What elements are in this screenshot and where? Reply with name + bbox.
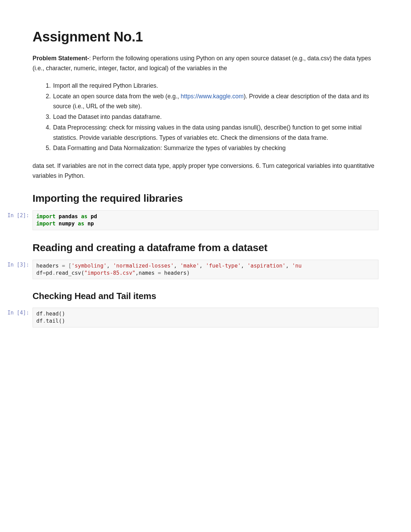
code-cell-2: In [2]: import pandas as pd import numpy…: [2, 210, 378, 230]
step-3: Load the Dataset into pandas dataframe.: [52, 112, 378, 122]
prompt-label: In [4]:: [2, 308, 33, 316]
problem-statement: Problem Statement-: Perform the followin…: [33, 53, 378, 73]
prompt-label: In [3]:: [2, 260, 33, 268]
code-cell-3: In [3]: headers = ['symboling', 'normali…: [2, 260, 378, 280]
prompt-label: In [2]:: [2, 210, 33, 219]
step-1: Import all the required Python Libraries…: [52, 81, 378, 91]
kaggle-link[interactable]: https://www.kaggle.com: [181, 93, 244, 100]
page-title: Assignment No.1: [33, 29, 378, 45]
step-2-pre: Locate an open source data from the web …: [53, 93, 181, 100]
step-2: Locate an open source data from the web …: [52, 91, 378, 112]
steps-list: Import all the required Python Libraries…: [33, 81, 378, 153]
step-5: Data Formatting and Data Normalization: …: [52, 143, 378, 153]
step-4: Data Preprocessing: check for missing va…: [52, 123, 378, 143]
code-input[interactable]: import pandas as pd import numpy as np: [33, 210, 378, 230]
problem-statement-label: Problem Statement-: [33, 55, 89, 62]
section-import-heading: Importing the required libraries: [33, 193, 378, 204]
code-cell-4: In [4]: df.head() df.tail(): [2, 308, 378, 327]
code-input[interactable]: headers = ['symboling', 'normalized-loss…: [33, 260, 378, 280]
section-read-heading: Reading and creating a dataframe from a …: [33, 242, 378, 253]
trailing-paragraph: data set. If variables are not in the co…: [33, 161, 378, 181]
document-page: Assignment No.1 Problem Statement-: Perf…: [0, 0, 411, 345]
code-input[interactable]: df.head() df.tail(): [33, 308, 378, 327]
section-headtail-heading: Checking Head and Tail items: [33, 291, 378, 301]
